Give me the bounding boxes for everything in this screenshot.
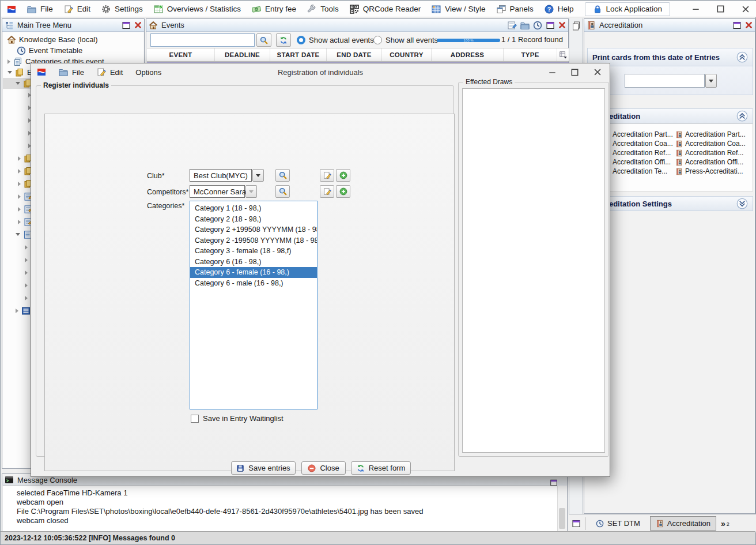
expand-arrow-icon[interactable]: [18, 220, 21, 224]
accreditation-list-item[interactable]: Accreditation Te...: [603, 167, 675, 175]
collapse-arrow-icon[interactable]: [16, 233, 20, 236]
column-header-start-date[interactable]: START DATE: [270, 48, 327, 61]
club-combobox[interactable]: Best Club(MYC): [190, 169, 252, 182]
reset-form-button[interactable]: Reset form: [351, 461, 411, 475]
expand-arrow-icon[interactable]: [25, 245, 28, 250]
events-panel-maximize-icon[interactable]: [546, 21, 555, 30]
form-edit-icon[interactable]: [508, 21, 517, 30]
expand-arrow-icon[interactable]: [16, 309, 18, 313]
tree-panel-close-icon[interactable]: [134, 21, 142, 29]
column-header-address[interactable]: ADDRESS: [432, 48, 504, 61]
column-header-event[interactable]: EVENT: [147, 48, 215, 61]
checkbox-unchecked-icon[interactable]: [191, 415, 199, 423]
tab-accreditation[interactable]: Accreditation: [650, 516, 716, 531]
radio-show-actual[interactable]: Show actual events: [297, 36, 374, 44]
radio-selected-icon[interactable]: [297, 36, 305, 44]
expand-arrow-icon[interactable]: [18, 156, 21, 161]
waitinglist-checkbox-row[interactable]: Save in Entry Waitinglist: [191, 414, 284, 423]
radio-unselected-icon[interactable]: [373, 36, 382, 44]
menu-settings[interactable]: Settings: [101, 5, 143, 14]
menu-help[interactable]: Help: [545, 5, 574, 14]
radio-show-all[interactable]: Show all events: [373, 36, 438, 44]
category-option[interactable]: Category 6 (16 - 98,): [190, 257, 317, 268]
club-search-button[interactable]: [275, 169, 290, 182]
expand-arrow-icon[interactable]: [18, 194, 21, 199]
category-option[interactable]: Category 1 (18 - 98,): [190, 203, 317, 214]
tab-overflow-button[interactable]: » 2: [721, 519, 729, 528]
save-entries-button[interactable]: Save entries: [231, 461, 296, 475]
dialog-minimize-button[interactable]: [549, 69, 556, 76]
expand-arrow-icon[interactable]: [25, 258, 28, 262]
console-log[interactable]: selected FaceTime HD-Kamera 1 webcam ope…: [3, 486, 557, 531]
expand-arrow-icon[interactable]: [25, 296, 28, 300]
menu-edit[interactable]: Edit: [64, 5, 90, 14]
maximize-button[interactable]: [717, 5, 724, 13]
expand-arrow-icon[interactable]: [18, 207, 21, 212]
club-dropdown-button[interactable]: [252, 169, 264, 182]
column-header-country[interactable]: COUNTRY: [382, 48, 432, 61]
menu-tools[interactable]: Tools: [307, 5, 339, 14]
scrollbar-thumb[interactable]: [559, 508, 565, 529]
competitors-add-button[interactable]: [336, 185, 350, 198]
menu-view-style[interactable]: View / Style: [432, 5, 485, 14]
club-edit-button[interactable]: [320, 169, 334, 182]
refresh-button[interactable]: [276, 33, 291, 47]
column-header-deadline[interactable]: DEADLINE: [215, 48, 270, 61]
accreditation-list-item[interactable]: Accreditation Part...: [603, 130, 675, 138]
accreditation-list-item[interactable]: Accreditation Part...: [675, 130, 750, 138]
tree-item-knowledge-base[interactable]: Knowledge Base (local): [7, 34, 98, 45]
dialog-titlebar[interactable]: File Edit Options Registration of indivi…: [31, 63, 610, 81]
accreditation-list-item[interactable]: Accreditation Offi...: [675, 158, 750, 166]
tree-item-events[interactable]: E: [7, 67, 32, 78]
entries-date-input[interactable]: [625, 74, 705, 88]
column-picker-button[interactable]: [557, 48, 569, 61]
events-panel-close-icon[interactable]: [558, 21, 566, 29]
accreditation-panel-maximize-icon[interactable]: [732, 21, 742, 30]
expand-arrow-icon[interactable]: [25, 270, 28, 275]
expand-arrow-icon[interactable]: [18, 182, 21, 186]
collapse-section-icon[interactable]: [736, 110, 748, 122]
dialog-maximize-button[interactable]: [571, 69, 579, 76]
stacked-pages-icon[interactable]: [572, 21, 581, 31]
date-dropdown-button[interactable]: [705, 74, 717, 88]
collapse-arrow-icon[interactable]: [7, 71, 12, 74]
category-option[interactable]: Category 2 -199508 YYYYMM (18 - 98,): [190, 235, 317, 246]
expand-arrow-icon[interactable]: [7, 59, 10, 64]
accreditation-list-item[interactable]: Accreditation Ref...: [675, 149, 750, 157]
expand-section-icon[interactable]: [736, 198, 748, 209]
accreditation-settings-header[interactable]: Accreditation Settings: [587, 196, 753, 211]
category-option[interactable]: Category 3 - female (18 - 98,f): [190, 246, 317, 257]
tab-set-dtm[interactable]: SET DTM: [591, 517, 645, 530]
restore-panel-icon[interactable]: [572, 519, 581, 528]
menu-file[interactable]: File: [27, 5, 53, 14]
category-option-selected[interactable]: Category 6 - female (16 - 98,): [190, 267, 317, 278]
menu-qrcode-reader[interactable]: QRCode Reader: [350, 5, 421, 14]
dialog-menu-options[interactable]: Options: [135, 68, 161, 77]
category-option[interactable]: Category 2 +199508 YYYYMM (18 - 98,): [190, 224, 317, 235]
categories-listbox[interactable]: Category 1 (18 - 98,) Category 2 (18 - 9…: [190, 201, 317, 409]
accreditation-section-header[interactable]: Accreditation: [587, 108, 753, 123]
menu-overviews-statistics[interactable]: Overviews / Statistics: [154, 5, 241, 14]
collapse-section-icon[interactable]: [736, 51, 748, 63]
folder-icon[interactable]: [520, 21, 530, 30]
tree-item-event-timetable[interactable]: Event Timetable: [17, 45, 82, 56]
dialog-menu-file[interactable]: File: [59, 67, 84, 77]
expand-arrow-icon[interactable]: [25, 283, 28, 288]
category-option[interactable]: Category 6 - male (16 - 98,): [190, 278, 317, 289]
minimize-button[interactable]: [692, 5, 700, 13]
competitors-combobox[interactable]: McConner Sara: [190, 185, 245, 198]
effected-draws-listbox[interactable]: [462, 88, 605, 453]
print-cards-section-header[interactable]: Print cards from this date of Entries: [587, 48, 753, 66]
accreditation-list-item[interactable]: Accreditation Coa...: [675, 140, 750, 148]
close-button[interactable]: [742, 5, 750, 13]
accreditation-list-item[interactable]: Accreditation Coa...: [603, 140, 675, 148]
competitors-search-button[interactable]: [275, 185, 290, 198]
collapse-arrow-icon[interactable]: [16, 82, 20, 85]
dialog-close-button[interactable]: [594, 68, 602, 76]
clock-icon[interactable]: [533, 21, 542, 30]
accreditation-list-item[interactable]: Press-Accreditati...: [675, 167, 750, 175]
competitors-edit-button[interactable]: [320, 185, 334, 198]
search-button[interactable]: [256, 33, 271, 47]
column-header-type[interactable]: TYPE: [504, 48, 557, 61]
lock-application-button[interactable]: Lock Application: [585, 2, 671, 16]
